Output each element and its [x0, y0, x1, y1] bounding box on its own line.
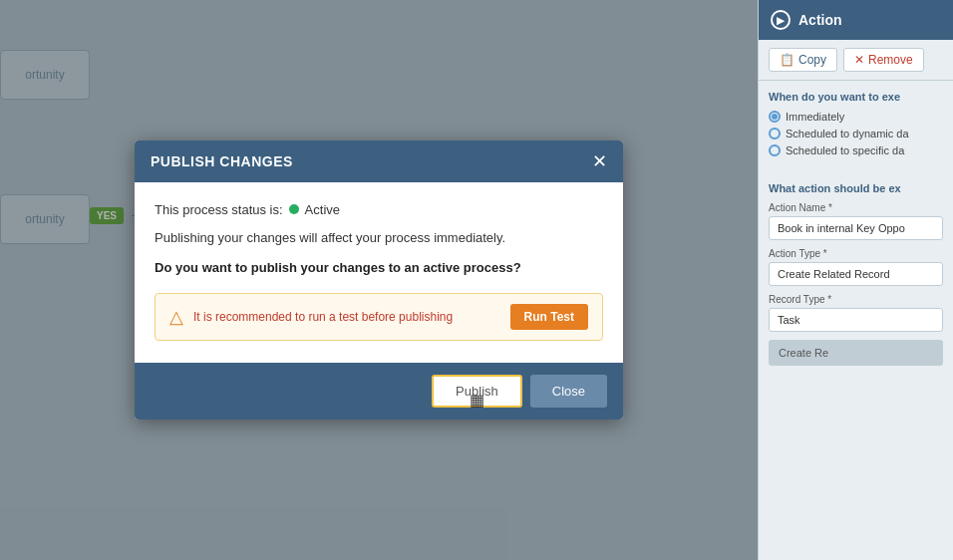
remove-button[interactable]: ✕ Remove — [843, 48, 924, 72]
status-dot — [289, 204, 299, 214]
status-value: Active — [305, 202, 340, 217]
modal-close-button[interactable]: ✕ — [592, 152, 607, 170]
action-name-field: Action Name * Book in internal Key Oppo — [769, 202, 943, 240]
record-type-value: Task — [769, 308, 943, 332]
action-type-label: Action Type * — [769, 248, 943, 259]
play-icon: ▶ — [771, 10, 791, 30]
when-section: When do you want to exe Immediately Sche… — [759, 81, 953, 172]
cursor-indicator: ▦ — [470, 391, 484, 410]
right-panel: ▶ Action 📋 Copy ✕ Remove When do you wan… — [758, 0, 953, 560]
panel-header: ▶ Action — [759, 0, 953, 40]
schedule-radio-group: Immediately Scheduled to dynamic da Sche… — [769, 111, 943, 156]
action-type-field: Action Type * Create Related Record — [769, 248, 943, 286]
radio-immediately[interactable]: Immediately — [769, 111, 943, 123]
close-button[interactable]: Close — [530, 375, 607, 408]
warning-left: △ It is recommended to run a test before… — [169, 308, 453, 326]
radio-dot-immediately — [769, 111, 781, 123]
warning-box: △ It is recommended to run a test before… — [155, 293, 603, 341]
create-re-button[interactable]: Create Re — [769, 340, 943, 366]
panel-actions: 📋 Copy ✕ Remove — [759, 40, 953, 81]
warning-icon: △ — [169, 308, 183, 326]
action-type-value: Create Related Record — [769, 262, 943, 286]
what-section: What action should be ex Action Name * B… — [759, 172, 953, 372]
modal-body: This process status is: Active Publishin… — [135, 182, 623, 363]
publish-question: Do you want to publish your changes to a… — [155, 259, 603, 277]
what-section-title: What action should be ex — [769, 182, 943, 194]
warning-text: It is recommended to run a test before p… — [193, 310, 453, 324]
panel-title: Action — [798, 12, 842, 28]
publish-info: Publishing your changes will affect your… — [155, 229, 603, 247]
copy-icon: 📋 — [780, 53, 794, 67]
modal-footer: Publish ▦ Close — [135, 363, 623, 420]
modal-header: PUBLISH CHANGES ✕ — [135, 140, 623, 182]
action-name-value: Book in internal Key Oppo — [769, 216, 943, 240]
radio-dynamic[interactable]: Scheduled to dynamic da — [769, 128, 943, 140]
modal-overlay: PUBLISH CHANGES ✕ This process status is… — [0, 0, 758, 560]
x-icon: ✕ — [854, 53, 864, 67]
record-type-field: Record Type * Task — [769, 294, 943, 332]
run-test-button[interactable]: Run Test — [510, 304, 588, 330]
radio-specific[interactable]: Scheduled to specific da — [769, 144, 943, 156]
modal-title: PUBLISH CHANGES — [151, 153, 293, 169]
status-line: This process status is: Active — [155, 202, 603, 217]
action-name-label: Action Name * — [769, 202, 943, 213]
copy-button[interactable]: 📋 Copy — [769, 48, 837, 72]
publish-modal: PUBLISH CHANGES ✕ This process status is… — [135, 140, 623, 420]
radio-dot-dynamic — [769, 128, 781, 140]
status-prefix: This process status is: — [155, 202, 283, 217]
when-section-title: When do you want to exe — [769, 91, 943, 103]
record-type-label: Record Type * — [769, 294, 943, 305]
radio-dot-specific — [769, 144, 781, 156]
